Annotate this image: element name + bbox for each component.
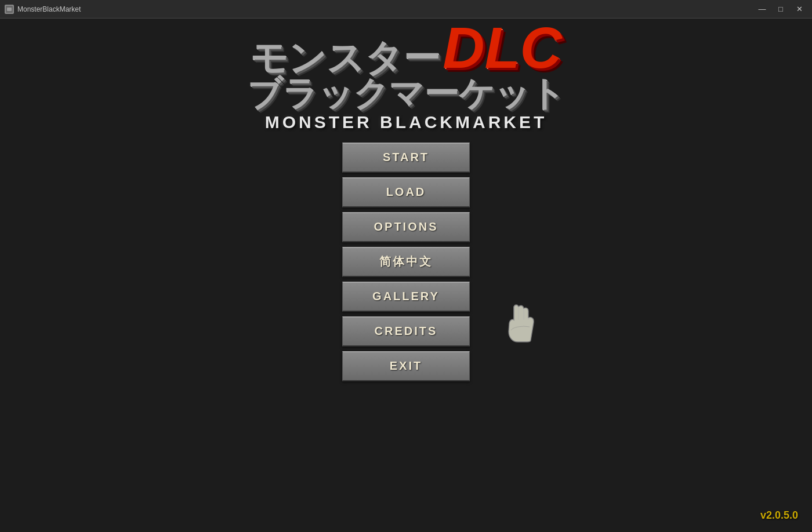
cursor-pointer <box>505 303 542 350</box>
maximize-button[interactable]: □ <box>773 3 789 15</box>
titlebar: MonsterBlackMarket — □ ✕ <box>0 0 812 19</box>
credits-button[interactable]: CREDITS <box>342 316 470 347</box>
app-icon <box>5 5 14 14</box>
titlebar-left: MonsterBlackMarket <box>5 5 81 14</box>
logo-jp-line2-wrapper: ブラックマーケット <box>247 76 565 111</box>
minimize-button[interactable]: — <box>754 3 770 15</box>
exit-button[interactable]: EXIT <box>342 351 470 381</box>
svg-rect-1 <box>7 8 12 11</box>
load-button[interactable]: LOAD <box>342 177 470 207</box>
language-button[interactable]: 简体中文 <box>342 247 470 277</box>
logo-jp-line1: モンスター <box>250 39 440 76</box>
start-button[interactable]: START <box>342 143 470 173</box>
window-title: MonsterBlackMarket <box>17 5 81 13</box>
version-text: v2.0.5.0 <box>760 509 798 522</box>
logo-container: モンスター DLC ブラックマーケット MONSTER BLACKMARKET <box>247 19 565 132</box>
close-button[interactable]: ✕ <box>791 3 807 15</box>
logo-subtitle: MONSTER BLACKMARKET <box>265 112 548 132</box>
logo-dlc: DLC <box>443 19 562 76</box>
window-controls: — □ ✕ <box>754 3 807 15</box>
options-button[interactable]: OPTIONS <box>342 212 470 242</box>
main-content: モンスター DLC ブラックマーケット MONSTER BLACKMARKET … <box>0 19 812 532</box>
logo-jp-line2: ブラックマーケット <box>247 74 565 113</box>
menu-area: START LOAD OPTIONS 简体中文 GALLERY CREDITS … <box>342 143 470 381</box>
gallery-button[interactable]: GALLERY <box>342 282 470 312</box>
logo-top-row: モンスター DLC <box>250 19 562 76</box>
